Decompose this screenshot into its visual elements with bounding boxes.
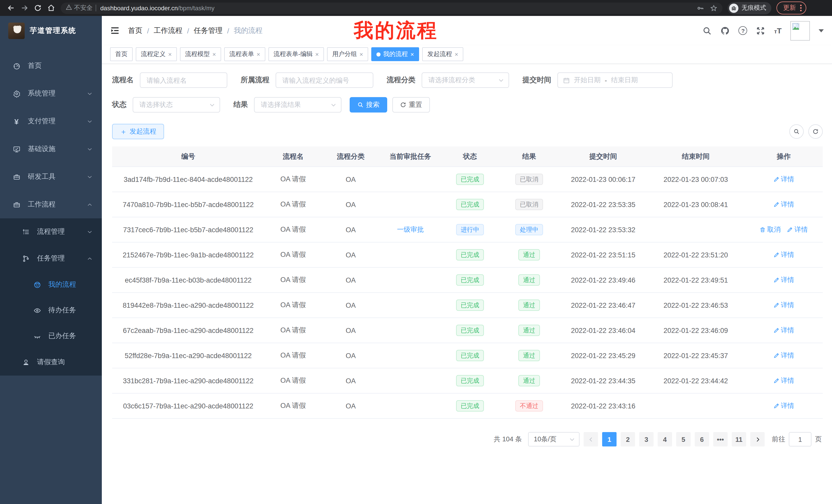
search-icon[interactable] bbox=[703, 26, 712, 35]
page-button-4[interactable]: 4 bbox=[658, 432, 672, 446]
sidebar-item-6[interactable]: 流程管理 bbox=[0, 218, 102, 245]
tab-1[interactable]: 流程定义× bbox=[136, 47, 177, 61]
chevron-down-icon bbox=[87, 118, 93, 124]
page-button-6[interactable]: 6 bbox=[695, 432, 709, 446]
detail-link[interactable]: 详情 bbox=[773, 401, 794, 411]
close-tab-icon[interactable]: × bbox=[212, 51, 216, 58]
detail-link[interactable]: 详情 bbox=[773, 200, 794, 209]
detail-link[interactable]: 详情 bbox=[787, 225, 808, 234]
close-tab-icon[interactable]: × bbox=[454, 51, 458, 58]
avatar[interactable] bbox=[790, 21, 810, 40]
cell-result: 通过 bbox=[499, 274, 560, 286]
page-button-•••[interactable]: ••• bbox=[713, 432, 728, 446]
tab-2[interactable]: 流程模型× bbox=[180, 47, 221, 61]
breadcrumb-task[interactable]: 任务管理 bbox=[194, 26, 223, 35]
category-select[interactable]: 请选择流程分类 bbox=[422, 73, 509, 88]
tab-label: 我的流程 bbox=[383, 50, 408, 59]
cell-result: 通过 bbox=[499, 300, 560, 311]
cancel-link[interactable]: 取消 bbox=[759, 225, 781, 234]
forward-icon[interactable] bbox=[18, 1, 31, 15]
tab-3[interactable]: 流程表单× bbox=[224, 47, 265, 61]
cell-submit-time: 2022-01-22 23:43:16 bbox=[560, 402, 647, 410]
help-icon[interactable]: ? bbox=[739, 26, 747, 35]
process-def-input[interactable] bbox=[276, 73, 373, 88]
detail-link[interactable]: 详情 bbox=[773, 275, 794, 285]
chevron-down-icon bbox=[498, 77, 504, 83]
sidebar-item-label: 我的流程 bbox=[48, 280, 76, 289]
page-button-3[interactable]: 3 bbox=[639, 432, 654, 446]
tab-0[interactable]: 首页 bbox=[110, 47, 133, 61]
close-tab-icon[interactable]: × bbox=[257, 51, 260, 58]
cell-result: 已取消 bbox=[499, 199, 560, 210]
app-logo-row[interactable]: 芋道管理系统 bbox=[0, 16, 102, 45]
reset-button[interactable]: 重置 bbox=[392, 97, 430, 113]
cell-submit-time: 2022-01-22 23:53:35 bbox=[560, 201, 647, 208]
close-tab-icon[interactable]: × bbox=[359, 51, 363, 58]
page-size-select[interactable]: 10条/页 bbox=[528, 432, 579, 446]
fullscreen-icon[interactable] bbox=[756, 26, 765, 35]
cell-end-time: 2022-01-22 23:49:51 bbox=[647, 276, 745, 284]
cell-end-time: 2022-01-22 23:44:42 bbox=[647, 377, 745, 385]
submit-time-range[interactable]: 开始日期 - 结束日期 bbox=[557, 73, 673, 88]
sidebar-item-8[interactable]: 我的流程 bbox=[0, 272, 102, 298]
tab-7[interactable]: 发起流程× bbox=[422, 47, 463, 61]
tab-6[interactable]: 我的流程× bbox=[371, 47, 419, 61]
close-tab-icon[interactable]: × bbox=[410, 51, 414, 58]
detail-link[interactable]: 详情 bbox=[773, 351, 794, 360]
col-submit: 提交时间 bbox=[560, 152, 647, 161]
status-tag: 已完成 bbox=[456, 274, 484, 286]
sidebar-item-7[interactable]: 任务管理 bbox=[0, 245, 102, 272]
breadcrumb-home[interactable]: 首页 bbox=[128, 26, 142, 35]
collapse-sidebar-icon[interactable] bbox=[110, 26, 120, 35]
reload-icon[interactable] bbox=[31, 1, 44, 15]
detail-link[interactable]: 详情 bbox=[773, 250, 794, 259]
avatar-caret-icon[interactable] bbox=[818, 29, 824, 35]
tab-4[interactable]: 流程表单-编辑× bbox=[268, 47, 324, 61]
close-tab-icon[interactable]: × bbox=[315, 51, 319, 58]
task-link[interactable]: 一级审批 bbox=[397, 225, 424, 234]
detail-link[interactable]: 详情 bbox=[773, 376, 794, 385]
sidebar-item-0[interactable]: 首页 bbox=[0, 52, 102, 80]
page-button-5[interactable]: 5 bbox=[676, 432, 691, 446]
detail-link[interactable]: 详情 bbox=[773, 175, 794, 184]
process-name-input[interactable] bbox=[140, 73, 227, 88]
cell-category: OA bbox=[322, 377, 380, 385]
monitor-icon bbox=[12, 145, 21, 153]
create-process-button[interactable]: ＋ 发起流程 bbox=[112, 124, 164, 139]
bookmark-star-icon[interactable] bbox=[710, 4, 717, 11]
detail-link[interactable]: 详情 bbox=[773, 326, 794, 335]
search-button[interactable]: 搜索 bbox=[350, 97, 387, 113]
prev-page-button[interactable] bbox=[583, 432, 598, 446]
update-button[interactable]: 更新 bbox=[777, 2, 806, 15]
font-size-icon[interactable]: тT bbox=[774, 26, 782, 35]
browser-menu-icon[interactable] bbox=[800, 5, 802, 11]
sidebar-item-11[interactable]: 请假查询 bbox=[0, 349, 102, 375]
toggle-search-icon[interactable] bbox=[789, 124, 804, 139]
sidebar-item-9[interactable]: 待办任务 bbox=[0, 298, 102, 323]
back-icon[interactable] bbox=[4, 1, 18, 15]
goto-page-input[interactable] bbox=[789, 432, 811, 446]
table-row-4: ec45f38f-7b9a-11ec-b03b-acde48001122OA 请… bbox=[112, 268, 823, 293]
sidebar-item-label: 流程管理 bbox=[37, 227, 65, 236]
next-page-button[interactable] bbox=[750, 432, 765, 446]
sidebar-item-1[interactable]: 系统管理 bbox=[0, 80, 102, 107]
page-button-1[interactable]: 1 bbox=[602, 432, 617, 446]
close-tab-icon[interactable]: × bbox=[168, 51, 172, 58]
address-bar[interactable]: 不安全 dashboard.yudao.iocoder.cn/bpm/task/… bbox=[61, 2, 723, 13]
page-button-2[interactable]: 2 bbox=[621, 432, 635, 446]
breadcrumb-workflow[interactable]: 工作流程 bbox=[154, 26, 183, 35]
sidebar-item-3[interactable]: 基础设施 bbox=[0, 135, 102, 163]
sidebar-item-10[interactable]: 已办任务 bbox=[0, 323, 102, 349]
sidebar-item-4[interactable]: 研发工具 bbox=[0, 163, 102, 191]
tab-5[interactable]: 用户分组× bbox=[327, 47, 368, 61]
github-icon[interactable] bbox=[721, 26, 730, 35]
sidebar-item-2[interactable]: ¥支付管理 bbox=[0, 107, 102, 135]
password-key-icon[interactable] bbox=[697, 4, 704, 11]
page-button-11[interactable]: 11 bbox=[732, 432, 746, 446]
status-select[interactable]: 请选择状态 bbox=[133, 97, 220, 113]
home-icon[interactable] bbox=[44, 1, 58, 15]
refresh-table-icon[interactable] bbox=[808, 124, 823, 139]
sidebar-item-5[interactable]: 工作流程 bbox=[0, 191, 102, 218]
result-select[interactable]: 请选择流结果 bbox=[254, 97, 341, 113]
detail-link[interactable]: 详情 bbox=[773, 301, 794, 310]
